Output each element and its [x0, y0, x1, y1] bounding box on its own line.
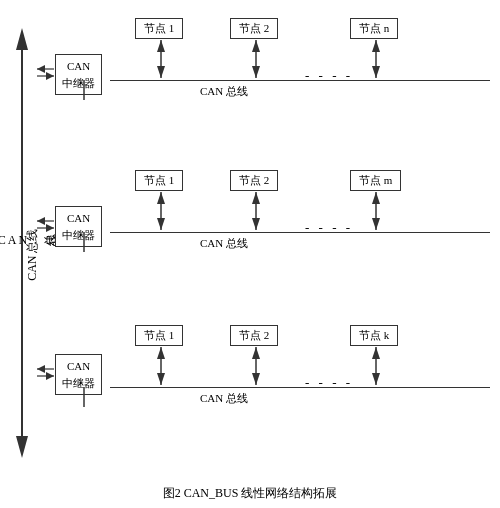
- svg-marker-38: [372, 347, 380, 359]
- bus-label-mid: CAN 总线: [200, 236, 248, 251]
- svg-marker-25: [372, 218, 380, 230]
- svg-marker-1: [16, 28, 28, 50]
- svg-marker-13: [37, 65, 45, 73]
- repeater-arrow-bot: [37, 364, 55, 380]
- arrow-node2-bot: [250, 347, 262, 387]
- svg-marker-4: [157, 40, 165, 52]
- node-2-mid: 节点 2: [230, 170, 278, 191]
- node-k-bot: 节点 k: [350, 325, 398, 346]
- can-zongxian-label: CAN 总线: [24, 229, 41, 281]
- svg-marker-15: [46, 72, 54, 80]
- bus-line-bot: [110, 387, 490, 388]
- svg-marker-5: [157, 66, 165, 78]
- repeater-vert-bot: [78, 387, 90, 407]
- diagram: CAN 总线 节点 1 节点 2 节点 n - - - - CAN 总线 CAN: [0, 0, 500, 508]
- bus-line-top: [110, 80, 490, 81]
- arrow-node2-top: [250, 40, 262, 80]
- svg-marker-19: [157, 218, 165, 230]
- arrow-node1-mid: [155, 192, 167, 232]
- bus-line-mid: [110, 232, 490, 233]
- dots-top: - - - -: [305, 68, 353, 84]
- figure-caption: 图2 CAN_BUS 线性网络结构拓展: [0, 485, 500, 502]
- svg-marker-33: [157, 373, 165, 385]
- repeater-arrow-top: [37, 64, 55, 80]
- repeater-vert-top: [78, 80, 90, 100]
- node-2-top: 节点 2: [230, 18, 278, 39]
- arrow-node1-bot: [155, 347, 167, 387]
- node-2-bot: 节点 2: [230, 325, 278, 346]
- dots-bot: - - - -: [305, 375, 353, 391]
- svg-marker-11: [372, 66, 380, 78]
- node-1-bot: 节点 1: [135, 325, 183, 346]
- svg-marker-35: [252, 347, 260, 359]
- svg-marker-41: [37, 365, 45, 373]
- node-1-mid: 节点 1: [135, 170, 183, 191]
- bus-label-top: CAN 总线: [200, 84, 248, 99]
- svg-marker-43: [46, 372, 54, 380]
- svg-marker-8: [252, 66, 260, 78]
- svg-marker-36: [252, 373, 260, 385]
- arrow-nodek-bot: [370, 347, 382, 387]
- dots-mid: - - - -: [305, 220, 353, 236]
- svg-marker-29: [46, 224, 54, 232]
- svg-marker-22: [252, 218, 260, 230]
- svg-marker-2: [16, 436, 28, 458]
- svg-marker-24: [372, 192, 380, 204]
- bus-label-bot: CAN 总线: [200, 391, 248, 406]
- node-m-mid: 节点 m: [350, 170, 401, 191]
- svg-marker-10: [372, 40, 380, 52]
- svg-marker-32: [157, 347, 165, 359]
- svg-marker-39: [372, 373, 380, 385]
- arrow-noden-top: [370, 40, 382, 80]
- arrow-node1-top: [155, 40, 167, 80]
- repeater-vert-mid: [78, 232, 90, 252]
- node-1-top: 节点 1: [135, 18, 183, 39]
- arrow-node2-mid: [250, 192, 262, 232]
- svg-marker-7: [252, 40, 260, 52]
- svg-marker-21: [252, 192, 260, 204]
- node-n-top: 节点 n: [350, 18, 398, 39]
- svg-marker-27: [37, 217, 45, 225]
- arrow-nodem-mid: [370, 192, 382, 232]
- svg-marker-18: [157, 192, 165, 204]
